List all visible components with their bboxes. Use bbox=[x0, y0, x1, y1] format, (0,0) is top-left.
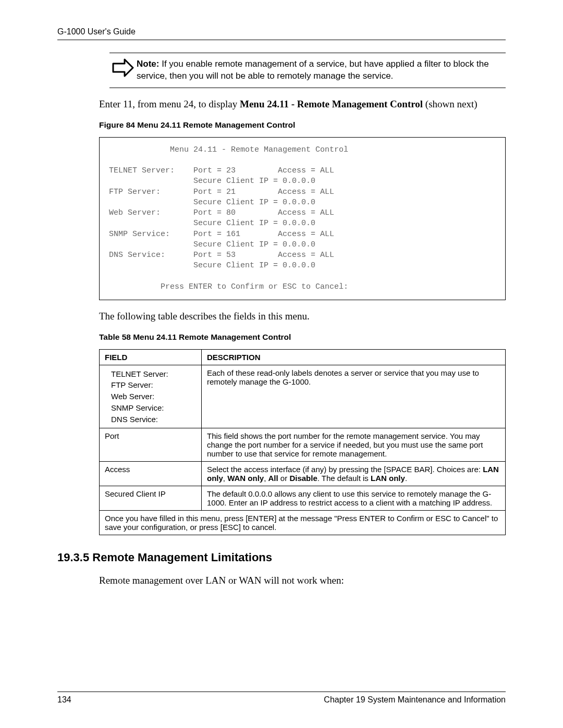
section-heading: 19.3.5 Remote Management Limitations bbox=[57, 551, 506, 564]
note-prefix: Note: bbox=[137, 59, 159, 69]
table-row: TELNET Server: FTP Server: Web Server: S… bbox=[100, 365, 506, 428]
cell-field: TELNET Server: FTP Server: Web Server: S… bbox=[100, 365, 202, 428]
page-number: 134 bbox=[57, 695, 71, 705]
running-head: G-1000 User's Guide bbox=[57, 27, 506, 40]
note-bottom-rule bbox=[109, 88, 506, 88]
field-table: FIELD DESCRIPTION TELNET Server: FTP Ser… bbox=[99, 349, 506, 536]
desc-bold: LAN only bbox=[371, 474, 405, 483]
note-block: Note: If you enable remote management of… bbox=[109, 53, 506, 88]
desc-bold: Disable bbox=[289, 474, 317, 483]
note-row: Note: If you enable remote management of… bbox=[109, 53, 506, 88]
field-line: FTP Server: bbox=[105, 379, 196, 391]
th-field: FIELD bbox=[100, 349, 202, 365]
desc-post: . bbox=[405, 474, 407, 483]
body: Enter 11, from menu 24, to display Menu … bbox=[99, 97, 506, 536]
intro-post: (shown next) bbox=[423, 98, 477, 109]
page-footer: 134 Chapter 19 System Maintenance and In… bbox=[57, 687, 506, 705]
table-row: Once you have filled in this menu, press… bbox=[100, 511, 506, 535]
header-rule bbox=[57, 40, 506, 40]
table-row: Secured Client IP The default 0.0.0.0 al… bbox=[100, 486, 506, 511]
intro-bold: Menu 24.11 - Remote Management Control bbox=[240, 98, 423, 109]
code-box: Menu 24.11 - Remote Management Control T… bbox=[99, 137, 506, 301]
note-body: If you enable remote management of a ser… bbox=[137, 59, 489, 81]
intro-pre: Enter 11, from menu 24, to display bbox=[99, 98, 240, 109]
cell-field: Secured Client IP bbox=[100, 486, 202, 511]
page: G-1000 User's Guide Note: If you enable … bbox=[0, 0, 563, 728]
table-row: Port This field shows the port number fo… bbox=[100, 428, 506, 462]
desc-bold: WAN only bbox=[227, 474, 264, 483]
desc-text: or bbox=[278, 474, 290, 483]
desc-pre: Select the access interface (if any) by … bbox=[207, 465, 483, 474]
table-row: Access Select the access interface (if a… bbox=[100, 462, 506, 486]
intro-paragraph: Enter 11, from menu 24, to display Menu … bbox=[99, 97, 506, 111]
field-line: Web Server: bbox=[105, 391, 196, 402]
cell-field: Access bbox=[100, 462, 202, 486]
field-line: SNMP Service: bbox=[105, 402, 196, 414]
field-line: DNS Service: bbox=[105, 414, 196, 425]
note-text: Note: If you enable remote management of… bbox=[137, 58, 506, 82]
th-description: DESCRIPTION bbox=[202, 349, 506, 365]
field-line: TELNET Server: bbox=[105, 368, 196, 380]
cell-description: This field shows the port number for the… bbox=[202, 428, 506, 462]
cell-field: Port bbox=[100, 428, 202, 462]
chapter-label: Chapter 19 System Maintenance and Inform… bbox=[324, 695, 506, 705]
table-footer-note: Once you have filled in this menu, press… bbox=[100, 511, 506, 535]
cell-description: The default 0.0.0.0 allows any client to… bbox=[202, 486, 506, 511]
desc-text: , bbox=[264, 474, 268, 483]
section-body: Remote management over LAN or WAN will n… bbox=[99, 574, 506, 587]
table-caption: Table 58 Menu 24.11 Remote Management Co… bbox=[99, 332, 506, 342]
cell-description: Each of these read-only labels denotes a… bbox=[202, 365, 506, 428]
desc-text: . The default is bbox=[317, 474, 371, 483]
table-head-row: FIELD DESCRIPTION bbox=[100, 349, 506, 365]
desc-bold: All bbox=[268, 474, 278, 483]
figure-caption: Figure 84 Menu 24.11 Remote Management C… bbox=[99, 120, 506, 130]
footer-rule bbox=[57, 692, 506, 692]
cell-description: Select the access interface (if any) by … bbox=[202, 462, 506, 486]
arrow-right-icon bbox=[109, 58, 137, 77]
section-paragraph: Remote management over LAN or WAN will n… bbox=[99, 574, 506, 587]
desc-text: , bbox=[223, 474, 227, 483]
table-intro: The following table describes the fields… bbox=[99, 310, 506, 323]
